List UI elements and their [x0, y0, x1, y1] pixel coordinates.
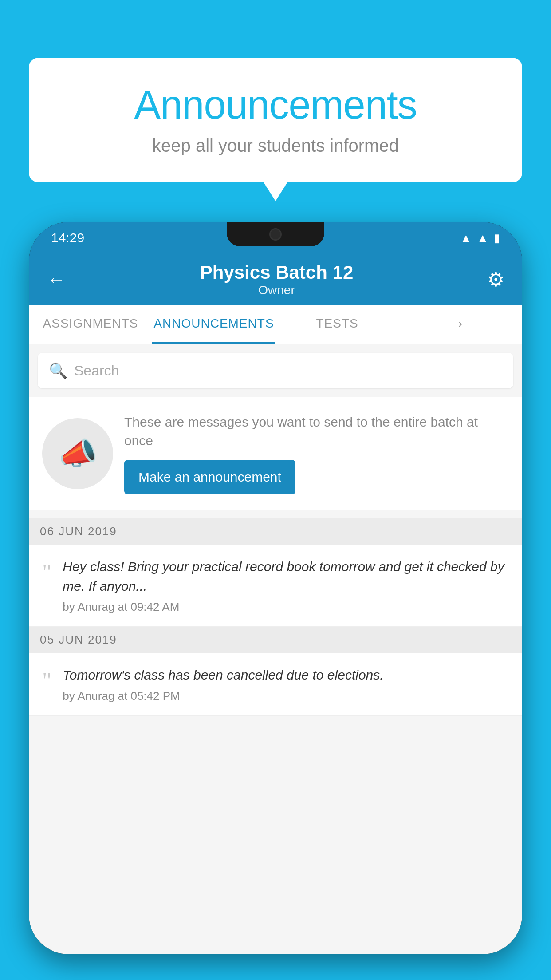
search-placeholder: Search: [74, 363, 119, 379]
announcement-item-1[interactable]: " Hey class! Bring your practical record…: [29, 545, 522, 627]
speech-bubble: Announcements keep all your students inf…: [29, 58, 522, 182]
tab-announcements[interactable]: ANNOUNCEMENTS: [152, 305, 276, 344]
quote-icon-2: ": [42, 668, 51, 694]
phone-wrapper: 14:29 ▲ ▲ ▮ ← Physics Batch 12 Owner ⚙ A…: [29, 222, 522, 980]
settings-icon[interactable]: ⚙: [487, 268, 504, 291]
announcement-text-2: Tomorrow's class has been cancelled due …: [63, 665, 383, 685]
search-icon: 🔍: [49, 362, 67, 379]
announcement-meta-1: by Anurag at 09:42 AM: [63, 600, 509, 614]
megaphone-icon: 📣: [59, 435, 97, 472]
make-announcement-button[interactable]: Make an announcement: [124, 460, 295, 494]
batch-title: Physics Batch 12: [200, 262, 354, 283]
batch-role: Owner: [200, 283, 354, 297]
announcement-meta-2: by Anurag at 05:42 PM: [63, 689, 383, 703]
date-separator-1: 06 JUN 2019: [29, 518, 522, 545]
announcement-text-1: Hey class! Bring your practical record b…: [63, 557, 509, 596]
announcement-text-block-2: Tomorrow's class has been cancelled due …: [63, 665, 383, 703]
megaphone-circle: 📣: [42, 418, 113, 489]
announcements-subtitle: keep all your students informed: [55, 136, 496, 156]
date-separator-2: 05 JUN 2019: [29, 627, 522, 653]
phone-notch: [227, 222, 324, 246]
promo-text-block: These are messages you want to send to t…: [124, 413, 509, 494]
back-button[interactable]: ←: [47, 269, 66, 291]
screen-content: 🔍 Search 📣 These are messages you want t…: [29, 344, 522, 954]
status-icons: ▲ ▲ ▮: [460, 231, 500, 245]
announcement-item-2[interactable]: " Tomorrow's class has been cancelled du…: [29, 653, 522, 716]
wifi-icon: ▲: [460, 231, 472, 245]
announcement-text-block-1: Hey class! Bring your practical record b…: [63, 557, 509, 614]
announcements-title: Announcements: [55, 82, 496, 128]
tab-assignments[interactable]: ASSIGNMENTS: [29, 305, 152, 344]
status-time: 14:29: [51, 230, 84, 245]
front-camera: [269, 228, 282, 241]
tab-tests[interactable]: TESTS: [276, 305, 399, 344]
quote-icon-1: ": [42, 559, 51, 585]
app-bar: ← Physics Batch 12 Owner ⚙: [29, 254, 522, 305]
speech-bubble-section: Announcements keep all your students inf…: [29, 58, 522, 182]
search-bar[interactable]: 🔍 Search: [38, 353, 513, 388]
phone-frame: 14:29 ▲ ▲ ▮ ← Physics Batch 12 Owner ⚙ A…: [29, 222, 522, 954]
signal-icon: ▲: [477, 231, 488, 245]
promo-card: 📣 These are messages you want to send to…: [29, 397, 522, 510]
promo-description: These are messages you want to send to t…: [124, 413, 509, 450]
app-bar-title-block: Physics Batch 12 Owner: [200, 262, 354, 297]
tab-more[interactable]: ›: [399, 305, 522, 344]
battery-icon: ▮: [494, 231, 500, 245]
tab-bar: ASSIGNMENTS ANNOUNCEMENTS TESTS ›: [29, 305, 522, 344]
